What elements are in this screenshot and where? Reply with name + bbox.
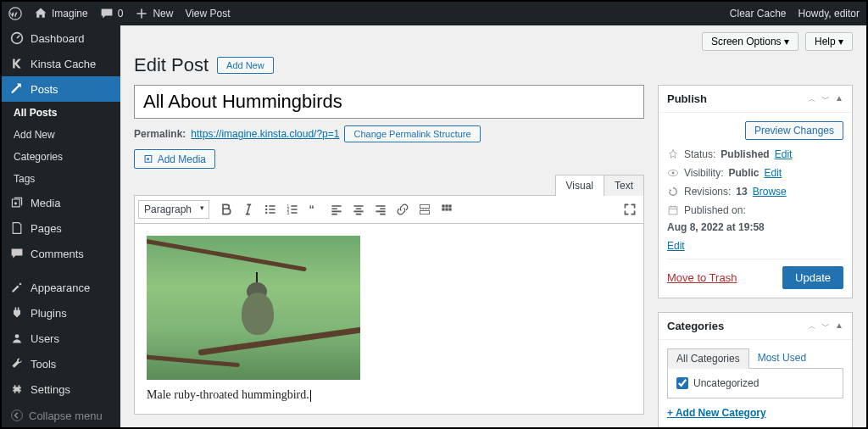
align-right-icon[interactable] xyxy=(370,199,391,220)
move-to-trash-link[interactable]: Move to Trash xyxy=(667,271,737,284)
svg-text:3: 3 xyxy=(287,211,290,215)
svg-rect-23 xyxy=(669,207,677,214)
svg-point-7 xyxy=(265,209,267,210)
add-media-button[interactable]: Add Media xyxy=(134,149,215,169)
svg-point-6 xyxy=(265,205,267,207)
revisions-icon xyxy=(667,186,679,198)
tab-visual[interactable]: Visual xyxy=(555,175,604,196)
sidebar-sub-addnew[interactable]: Add New xyxy=(2,124,120,146)
box-toggle-icon[interactable]: ▲ xyxy=(835,93,843,105)
svg-rect-17 xyxy=(448,204,451,207)
comments-link[interactable]: 0 xyxy=(100,7,124,20)
svg-rect-14 xyxy=(420,211,429,214)
quote-icon[interactable]: “ xyxy=(304,199,325,220)
categories-metabox: Categories ︿﹀▲ All Categories Most Used … xyxy=(658,312,853,427)
sidebar-sub-categories[interactable]: Categories xyxy=(2,146,120,168)
sidebar-item-media[interactable]: Media xyxy=(2,190,120,215)
update-button[interactable]: Update xyxy=(782,266,843,289)
publish-title: Publish xyxy=(667,92,707,105)
align-left-icon[interactable] xyxy=(326,199,347,220)
category-item[interactable]: Uncategorized xyxy=(676,377,834,389)
sidebar-item-settings[interactable]: Settings xyxy=(2,376,120,402)
category-checkbox[interactable] xyxy=(676,377,688,389)
sidebar-item-users[interactable]: Users xyxy=(2,326,120,351)
fullscreen-icon[interactable] xyxy=(620,199,640,220)
post-image[interactable] xyxy=(147,236,360,380)
add-new-button[interactable]: Add New xyxy=(217,57,274,74)
view-post-link[interactable]: View Post xyxy=(185,8,230,20)
box-down-icon[interactable]: ﹀ xyxy=(821,93,830,105)
align-center-icon[interactable] xyxy=(348,199,369,220)
editor-box: Paragraph 123 “ xyxy=(134,195,644,415)
howdy-link[interactable]: Howdy, editor xyxy=(798,8,860,20)
categories-title: Categories xyxy=(667,320,724,332)
svg-rect-20 xyxy=(448,208,451,210)
preview-button[interactable]: Preview Changes xyxy=(745,121,843,140)
page-title: Edit Post xyxy=(134,54,209,76)
admin-sidebar: Dashboard Kinsta Cache Posts All Posts A… xyxy=(2,25,120,427)
svg-point-4 xyxy=(12,410,23,421)
eye-icon xyxy=(667,167,679,179)
svg-point-8 xyxy=(265,212,267,214)
publish-metabox: Publish ︿﹀▲ Preview Changes Status: Publ… xyxy=(658,85,853,298)
editor-toolbar: Paragraph 123 “ xyxy=(135,196,643,224)
svg-point-2 xyxy=(14,202,17,204)
sidebar-item-kinsta[interactable]: Kinsta Cache xyxy=(2,51,120,76)
help-button[interactable]: Help ▾ xyxy=(805,32,853,51)
permalink-label: Permalink: xyxy=(134,128,186,140)
svg-rect-13 xyxy=(420,204,429,208)
add-new-category-link[interactable]: + Add New Category xyxy=(667,407,843,419)
sidebar-item-posts[interactable]: Posts xyxy=(2,76,120,102)
calendar-icon xyxy=(667,204,679,216)
sidebar-item-dashboard[interactable]: Dashboard xyxy=(2,25,120,51)
box-down-icon[interactable]: ﹀ xyxy=(821,320,830,332)
site-name: Imagine xyxy=(52,8,88,20)
toolbar-toggle-icon[interactable] xyxy=(437,199,457,220)
svg-rect-19 xyxy=(445,208,448,210)
svg-rect-15 xyxy=(442,204,444,207)
clear-cache-link[interactable]: Clear Cache xyxy=(730,8,787,20)
sidebar-item-appearance[interactable]: Appearance xyxy=(2,275,120,300)
format-select[interactable]: Paragraph xyxy=(138,200,209,219)
editor-content[interactable]: Male ruby-throated hummingbird. xyxy=(135,224,643,414)
italic-icon[interactable] xyxy=(238,199,259,220)
link-icon[interactable] xyxy=(392,199,413,220)
edit-date-link[interactable]: Edit xyxy=(667,240,685,252)
svg-rect-16 xyxy=(445,204,448,207)
site-link[interactable]: Imagine xyxy=(34,7,88,20)
svg-point-5 xyxy=(147,158,149,160)
box-up-icon[interactable]: ︿ xyxy=(808,93,816,105)
sidebar-item-plugins[interactable]: Plugins xyxy=(2,300,120,326)
bold-icon[interactable] xyxy=(216,199,236,220)
new-link[interactable]: New xyxy=(135,7,173,20)
number-list-icon[interactable]: 123 xyxy=(282,199,303,220)
svg-rect-18 xyxy=(442,208,444,210)
tab-most-used[interactable]: Most Used xyxy=(749,348,815,369)
sidebar-item-comments[interactable]: Comments xyxy=(2,241,120,266)
sidebar-item-pages[interactable]: Pages xyxy=(2,215,120,241)
permalink-url[interactable]: https://imagine.kinsta.cloud/?p=1 xyxy=(191,128,339,140)
svg-point-3 xyxy=(15,334,19,338)
wp-logo-icon[interactable] xyxy=(8,7,22,20)
collapse-menu[interactable]: Collapse menu xyxy=(2,402,120,427)
edit-status-link[interactable]: Edit xyxy=(775,148,793,160)
browse-revisions-link[interactable]: Browse xyxy=(753,186,787,198)
post-title-input[interactable] xyxy=(134,85,644,119)
sidebar-item-tools[interactable]: Tools xyxy=(2,351,120,376)
svg-point-22 xyxy=(672,172,675,175)
screen-options-button[interactable]: Screen Options ▾ xyxy=(702,32,798,51)
pin-icon xyxy=(667,148,679,160)
tab-text[interactable]: Text xyxy=(604,175,644,196)
sidebar-sub-tags[interactable]: Tags xyxy=(2,168,120,190)
edit-visibility-link[interactable]: Edit xyxy=(764,167,782,179)
readmore-icon[interactable] xyxy=(415,199,435,220)
svg-text:“: “ xyxy=(309,203,314,215)
text-cursor xyxy=(310,390,311,402)
tab-all-categories[interactable]: All Categories xyxy=(667,348,749,369)
box-toggle-icon[interactable]: ▲ xyxy=(835,320,843,332)
change-permalink-button[interactable]: Change Permalink Structure xyxy=(344,125,480,142)
box-up-icon[interactable]: ︿ xyxy=(808,320,816,332)
bullet-list-icon[interactable] xyxy=(260,199,281,220)
caption-text: Male ruby-throated hummingbird. xyxy=(147,388,309,401)
sidebar-sub-allposts[interactable]: All Posts xyxy=(2,102,120,124)
